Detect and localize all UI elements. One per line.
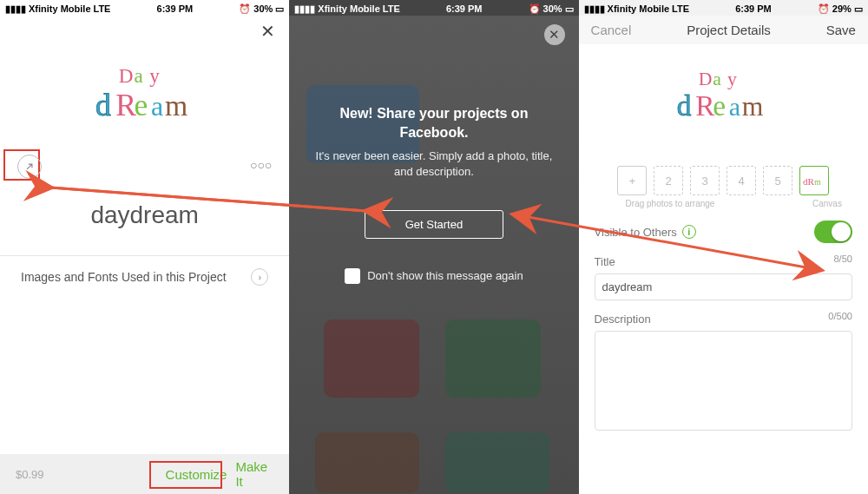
title-field-label: Title bbox=[595, 255, 615, 268]
description-char-counter: 0/500 bbox=[828, 311, 852, 321]
dont-show-label: Don't show this message again bbox=[367, 269, 523, 282]
clock-label: 6:39 PM bbox=[735, 3, 772, 14]
share-button[interactable] bbox=[17, 155, 42, 179]
share-arrow-icon bbox=[23, 161, 36, 173]
battery-percent: 29% bbox=[832, 3, 852, 14]
bg-tile bbox=[445, 432, 549, 493]
svg-text:m: m bbox=[165, 89, 187, 122]
screen-project-details: ▮▮▮▮ Xfinity Mobile LTE 6:39 PM ⏰ 29% ▭ … bbox=[579, 0, 868, 494]
screen-share-modal: ▮▮▮▮ Xfinity Mobile LTE 6:39 PM ⏰ 30% ▭ … bbox=[289, 0, 578, 494]
modal-heading: New! Share your projects on Facebook. bbox=[315, 104, 552, 142]
make-it-button[interactable]: Make It bbox=[235, 459, 273, 489]
carrier-label: Xfinity Mobile bbox=[318, 3, 380, 14]
project-artwork: d R e a m D a y bbox=[658, 56, 788, 143]
chevron-right-icon: › bbox=[251, 268, 268, 286]
title-char-counter: 8/50 bbox=[833, 254, 852, 264]
close-button[interactable]: ✕ bbox=[260, 23, 275, 40]
modal-subtext: It's never been easier. Simply add a pho… bbox=[315, 148, 552, 180]
carrier-label: Xfinity Mobile bbox=[608, 3, 670, 14]
drag-hint-label: Drag photos to arrange bbox=[626, 199, 715, 208]
project-title: daydream bbox=[0, 201, 289, 256]
network-label: LTE bbox=[672, 3, 689, 14]
svg-text:y: y bbox=[149, 64, 160, 87]
modal-close-button[interactable]: ✕ bbox=[544, 24, 565, 45]
info-icon[interactable]: i bbox=[682, 225, 696, 239]
alarm-icon: ⏰ bbox=[529, 3, 541, 15]
dont-show-checkbox[interactable] bbox=[345, 268, 360, 284]
status-bar: ▮▮▮▮ Xfinity Mobile LTE 6:39 PM ⏰ 30% ▭ bbox=[289, 0, 578, 16]
page-title: Project Details bbox=[687, 23, 771, 37]
photo-slot-4[interactable]: 4 bbox=[727, 166, 756, 195]
svg-text:d: d bbox=[95, 88, 111, 122]
get-started-button[interactable]: Get Started bbox=[365, 210, 503, 239]
carrier-label: Xfinity Mobile bbox=[29, 3, 91, 14]
project-artwork: d R e a m D a y bbox=[76, 50, 214, 146]
svg-text:a: a bbox=[134, 64, 142, 87]
network-label: LTE bbox=[383, 3, 400, 14]
battery-icon: ▭ bbox=[854, 3, 863, 15]
description-field-label: Description bbox=[595, 313, 651, 326]
canvas-thumbnail[interactable]: dRm bbox=[799, 166, 829, 195]
visible-toggle[interactable] bbox=[814, 221, 852, 243]
annotation-highlight-customize bbox=[149, 461, 222, 489]
signal-icon: ▮▮▮▮ bbox=[584, 3, 605, 15]
svg-text:dR: dR bbox=[803, 176, 815, 187]
add-photo-button[interactable]: + bbox=[617, 166, 647, 195]
bg-tile bbox=[445, 319, 541, 398]
svg-text:d: d bbox=[677, 89, 692, 122]
svg-text:e: e bbox=[134, 88, 148, 122]
svg-text:e: e bbox=[713, 89, 727, 122]
visible-to-others-label: Visible to Others bbox=[595, 226, 677, 239]
photo-slot-3[interactable]: 3 bbox=[690, 166, 720, 195]
more-options-button[interactable]: ○○○ bbox=[250, 158, 272, 172]
images-fonts-row[interactable]: Images and Fonts Used in this Project › bbox=[0, 256, 289, 298]
alarm-icon: ⏰ bbox=[818, 3, 830, 15]
price-label: $0.99 bbox=[16, 468, 44, 481]
images-fonts-label: Images and Fonts Used in this Project bbox=[21, 270, 227, 284]
battery-percent: 30% bbox=[543, 3, 562, 14]
bg-tile bbox=[324, 319, 419, 398]
network-label: LTE bbox=[94, 3, 111, 14]
svg-text:m: m bbox=[742, 91, 764, 122]
description-input[interactable] bbox=[595, 331, 852, 431]
alarm-icon: ⏰ bbox=[239, 3, 251, 15]
svg-text:a: a bbox=[151, 90, 163, 122]
screen-project-preview: ▮▮▮▮ Xfinity Mobile LTE 6:39 PM ⏰ 30% ▭ … bbox=[0, 0, 289, 494]
signal-icon: ▮▮▮▮ bbox=[294, 3, 315, 15]
svg-text:R: R bbox=[115, 88, 136, 122]
photo-slot-5[interactable]: 5 bbox=[763, 166, 792, 195]
title-input[interactable] bbox=[595, 273, 852, 300]
battery-icon: ▭ bbox=[275, 3, 284, 15]
battery-percent: 30% bbox=[253, 3, 273, 14]
clock-label: 6:39 PM bbox=[157, 3, 194, 14]
svg-text:D: D bbox=[118, 64, 133, 87]
svg-text:a: a bbox=[729, 92, 740, 121]
status-bar: ▮▮▮▮ Xfinity Mobile LTE 6:39 PM ⏰ 29% ▭ bbox=[579, 0, 868, 16]
save-button[interactable]: Save bbox=[826, 23, 856, 37]
battery-icon: ▭ bbox=[565, 3, 574, 15]
nav-bar: Cancel Project Details Save bbox=[579, 16, 868, 44]
photo-slot-2[interactable]: 2 bbox=[654, 166, 683, 195]
clock-label: 6:39 PM bbox=[446, 3, 483, 14]
svg-text:D: D bbox=[699, 69, 713, 89]
bottom-action-bar: $0.99 Customize Make It bbox=[0, 454, 289, 494]
photo-thumbnails: + 2 3 4 5 dRm bbox=[579, 166, 868, 195]
signal-icon: ▮▮▮▮ bbox=[5, 3, 26, 15]
svg-text:y: y bbox=[727, 69, 737, 89]
canvas-label: Canvas bbox=[812, 199, 842, 208]
status-bar: ▮▮▮▮ Xfinity Mobile LTE 6:39 PM ⏰ 30% ▭ bbox=[0, 0, 289, 16]
bg-tile bbox=[315, 432, 419, 493]
cancel-button[interactable]: Cancel bbox=[591, 23, 632, 37]
svg-text:a: a bbox=[713, 69, 722, 89]
svg-text:m: m bbox=[814, 177, 821, 187]
